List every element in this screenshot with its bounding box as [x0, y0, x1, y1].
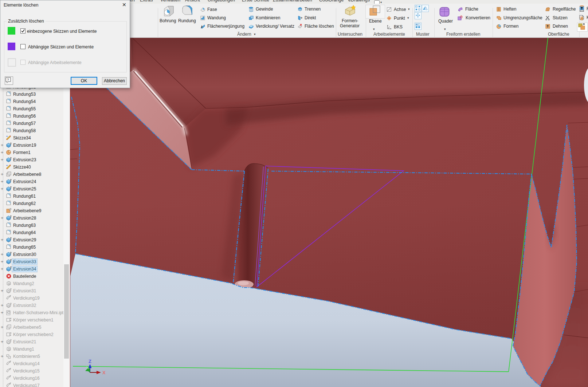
svg-text:Z: Z: [89, 359, 91, 364]
svg-text:X: X: [102, 370, 106, 375]
svg-text:?: ?: [7, 78, 9, 82]
